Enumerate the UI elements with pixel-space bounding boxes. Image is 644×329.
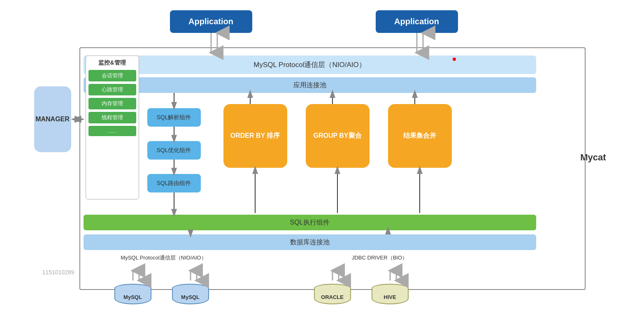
cylinder-body: MySQL — [172, 288, 209, 304]
manager-box: MANAGER — [34, 86, 71, 152]
result-merge-box: 结果集合并 — [388, 104, 452, 168]
protocol-top: MySQL Protocol通信层（NIO/AIO） — [84, 56, 536, 74]
db-mysql-1: MySQL — [114, 284, 151, 304]
sql-exec: SQL执行组件 — [84, 215, 536, 230]
app-box-1: Application — [170, 10, 252, 33]
app-pool: 应用连接池 — [84, 77, 536, 93]
db-mysql-2: MySQL — [172, 284, 209, 304]
monitor-item-1: 心跳管理 — [88, 84, 136, 95]
cylinder-body: ORACLE — [314, 288, 351, 304]
monitor-container: 监控&管理 会话管理 心跳管理 内存管理 线程管理 ...... — [86, 56, 139, 199]
cylinder-body: HIVE — [372, 288, 409, 304]
db-pool: 数据库连接池 — [84, 234, 536, 250]
protocol-bottom-left: MySQL Protocol通信层（NIO/AIO） — [102, 254, 226, 262]
monitor-item-0: 会话管理 — [88, 70, 136, 81]
group-by-box: GROUP BY聚合 — [306, 104, 370, 168]
manager-label: MANAGER — [35, 116, 70, 123]
watermark: 1151010289 — [42, 269, 74, 276]
monitor-item-4: ...... — [88, 126, 136, 136]
diagram-wrapper: Application Application MANAGER Mycat 11… — [34, 8, 610, 321]
db-pool-label: 数据库连接池 — [290, 238, 330, 247]
red-dot — [453, 58, 456, 61]
sql-exec-label: SQL执行组件 — [290, 218, 329, 227]
sql-route-box: SQL路由组件 — [147, 174, 201, 192]
monitor-item-3: 线程管理 — [88, 112, 136, 123]
order-by-box: ORDER BY 排序 — [223, 104, 287, 168]
sql-parse-box: SQL解析组件 — [147, 108, 201, 127]
sql-optimize-box: SQL优化组件 — [147, 141, 201, 160]
monitor-item-2: 内存管理 — [88, 98, 136, 109]
main-container: Application Application MANAGER Mycat 11… — [8, 8, 636, 321]
app2-label: Application — [394, 17, 439, 26]
monitor-title: 监控&管理 — [88, 59, 136, 67]
protocol-top-label: MySQL Protocol通信层（NIO/AIO） — [253, 60, 365, 70]
db-oracle: ORACLE — [314, 284, 351, 304]
app1-label: Application — [188, 17, 233, 26]
app-box-2: Application — [376, 10, 458, 33]
cylinder-body: MySQL — [114, 288, 151, 304]
protocol-bottom-right: JDBC DRIVER（BIO） — [322, 254, 437, 262]
db-hive: HIVE — [372, 284, 409, 304]
app-pool-label: 应用连接池 — [293, 81, 326, 90]
